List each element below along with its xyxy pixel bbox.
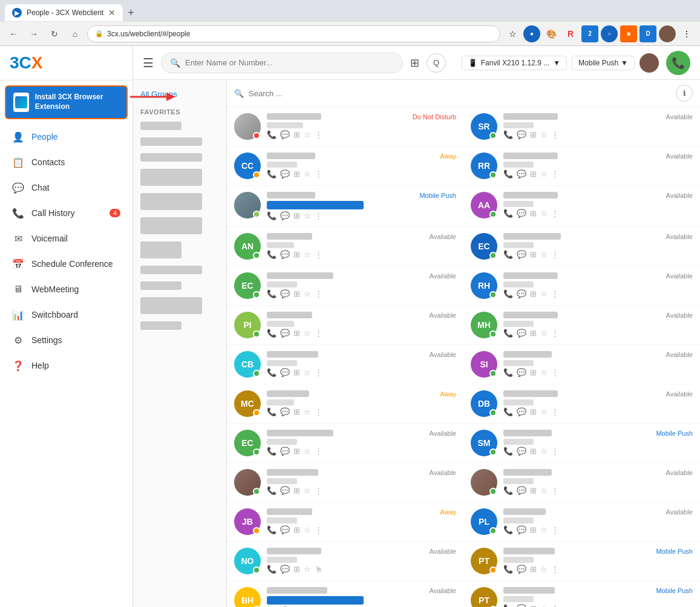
install-banner[interactable]: Install 3CX Browser Extension <box>5 85 128 119</box>
more-action[interactable]: ⋮ <box>551 565 559 574</box>
star-action[interactable]: ☆ <box>304 447 311 456</box>
star-action[interactable]: ☆ <box>540 329 548 338</box>
transfer-action[interactable]: ⊞ <box>293 289 300 298</box>
star-action[interactable]: ☆ <box>540 250 548 259</box>
call-button[interactable]: 📞 <box>666 51 690 75</box>
group-item-7[interactable]: ████████████████ <box>133 238 226 262</box>
transfer-action[interactable]: ⊞ <box>530 250 537 259</box>
transfer-action[interactable]: ⊞ <box>530 565 537 574</box>
person-card-3[interactable]: Mobile Push 📞 💬 ⊞ ☆ ⋮ <box>227 186 463 227</box>
transfer-action[interactable]: ⊞ <box>293 211 300 220</box>
person-card-7[interactable]: CB Available 📞 💬 <box>227 345 463 384</box>
call-action[interactable]: 📞 <box>503 329 513 338</box>
star-action[interactable]: ☆ <box>304 250 311 259</box>
call-action[interactable]: 📞 <box>503 130 513 139</box>
transfer-action[interactable]: ⊞ <box>293 329 300 338</box>
star-action[interactable]: ☆ <box>304 211 311 220</box>
chat-action[interactable]: 💬 <box>517 130 526 139</box>
call-action[interactable]: 📞 <box>267 525 276 534</box>
chat-action[interactable]: 💬 <box>280 447 290 456</box>
reload-button[interactable]: ↻ <box>46 25 63 42</box>
chat-action[interactable]: 💬 <box>280 486 290 495</box>
group-item-5[interactable]: ████████████████████████ <box>133 189 226 214</box>
more-action[interactable]: ⋮ <box>315 407 322 416</box>
star-action[interactable]: ☆ <box>540 169 548 179</box>
search-input[interactable] <box>185 58 394 67</box>
more-action[interactable]: ⋮ <box>315 486 322 495</box>
transfer-action[interactable]: ⊞ <box>293 486 300 495</box>
call-action[interactable]: 📞 <box>267 486 276 495</box>
more-action[interactable]: ⋮ <box>551 368 559 377</box>
more-action[interactable]: ⋮ <box>551 486 559 495</box>
chat-action[interactable]: 💬 <box>517 250 526 259</box>
grid-icon[interactable]: ⊞ <box>410 56 419 70</box>
mobile-push-button[interactable]: Mobile Push ▼ <box>572 56 635 70</box>
sidebar-item-switchboard[interactable]: 📊 Switchboard <box>2 303 130 327</box>
person-card-r7[interactable]: SI Available 📞 💬 <box>463 345 700 384</box>
device-selector[interactable]: 📱 Fanvil X210 1.12.9 ... ▼ <box>462 56 567 70</box>
extension-icon-7[interactable]: D <box>639 25 656 42</box>
star-action[interactable]: ☆ <box>540 289 548 298</box>
more-action[interactable]: ⋮ <box>551 604 559 607</box>
chat-action[interactable]: 💬 <box>517 289 526 298</box>
person-card-r3[interactable]: AA Available 📞 💬 <box>463 186 700 227</box>
person-card-11[interactable]: JB Away 📞 💬 ⊞ <box>227 502 463 542</box>
group-item-4[interactable]: ████████████████████████ <box>133 165 226 189</box>
sidebar-item-contacts[interactable]: 📋 Contacts <box>2 150 130 174</box>
call-action[interactable]: 📞 <box>267 407 276 416</box>
star-action[interactable]: ☆ <box>304 169 311 179</box>
transfer-action[interactable]: ⊞ <box>293 407 300 416</box>
person-card-r12[interactable]: PT Mobile Push 📞 💬 <box>463 542 700 581</box>
call-action[interactable]: 📞 <box>503 486 513 495</box>
chat-action[interactable]: 💬 <box>517 565 526 574</box>
sidebar-item-chat[interactable]: 💬 Chat <box>2 176 130 200</box>
extension-icon-5[interactable]: ○ <box>601 25 618 42</box>
extension-icon-3[interactable]: R <box>562 25 579 42</box>
person-card-r5[interactable]: RH Available 📞 💬 <box>463 266 700 306</box>
star-action[interactable]: ☆ <box>540 447 548 456</box>
chat-action[interactable]: 💬 <box>517 525 526 534</box>
info-icon[interactable]: ℹ <box>676 85 693 102</box>
new-tab-button[interactable]: + <box>123 4 139 22</box>
call-action[interactable]: 📞 <box>503 565 513 574</box>
person-card-2[interactable]: CC Away 📞 💬 ⊞ <box>227 146 463 186</box>
transfer-action[interactable]: ⊞ <box>293 525 300 534</box>
tab-close-button[interactable]: ✕ <box>108 8 116 18</box>
chat-action[interactable]: 💬 <box>280 525 290 534</box>
group-item-3[interactable]: ████████████ <box>133 149 226 165</box>
transfer-action[interactable]: ⊞ <box>530 447 537 456</box>
transfer-action[interactable]: ⊞ <box>530 130 537 139</box>
more-action[interactable]: ⋮ <box>551 407 559 416</box>
person-card-4[interactable]: AN Available 📞 💬 <box>227 227 463 266</box>
star-action[interactable]: ☆ <box>540 368 548 377</box>
transfer-action[interactable]: ⊞ <box>530 209 537 218</box>
chat-action[interactable]: 💬 <box>280 250 290 259</box>
call-action[interactable]: 📞 <box>267 447 276 456</box>
menu-button[interactable]: ⋮ <box>678 25 695 42</box>
more-action[interactable]: ⋮ <box>315 169 322 179</box>
person-card-r13[interactable]: PT Mobile Push 📞 💬 <box>463 581 700 607</box>
star-action[interactable]: ☆ <box>540 209 548 218</box>
person-card-8[interactable]: MC Away 📞 💬 ⊞ <box>227 384 463 424</box>
chat-action[interactable]: 💬 <box>280 211 290 220</box>
extension-icon-2[interactable]: 🎨 <box>543 25 560 42</box>
transfer-action[interactable]: ⊞ <box>530 407 537 416</box>
star-action[interactable]: ☆ <box>304 130 311 139</box>
back-button[interactable]: ← <box>5 25 22 42</box>
call-action[interactable]: 📞 <box>267 289 276 298</box>
call-action[interactable]: 📞 <box>503 407 513 416</box>
transfer-action[interactable]: ⊞ <box>293 368 300 377</box>
transfer-action[interactable]: ⊞ <box>530 289 537 298</box>
active-tab[interactable]: ▶ People - 3CX Webclient ✕ <box>5 4 123 21</box>
address-bar[interactable]: 🔒 3cx.us/webclient/#/people <box>87 25 500 42</box>
star-action[interactable]: ☆ <box>540 486 548 495</box>
more-action[interactable]: ⋮ <box>315 447 322 456</box>
star-action[interactable]: ☆ <box>304 407 311 416</box>
person-card-r11[interactable]: PL Available 📞 💬 <box>463 502 700 542</box>
call-action[interactable]: 📞 <box>503 250 513 259</box>
chat-action[interactable]: 💬 <box>280 407 290 416</box>
star-action[interactable]: ☆ <box>304 329 311 338</box>
chat-action[interactable]: 💬 <box>517 329 526 338</box>
chat-action[interactable]: 💬 <box>517 407 526 416</box>
chat-action[interactable]: 💬 <box>517 604 526 607</box>
